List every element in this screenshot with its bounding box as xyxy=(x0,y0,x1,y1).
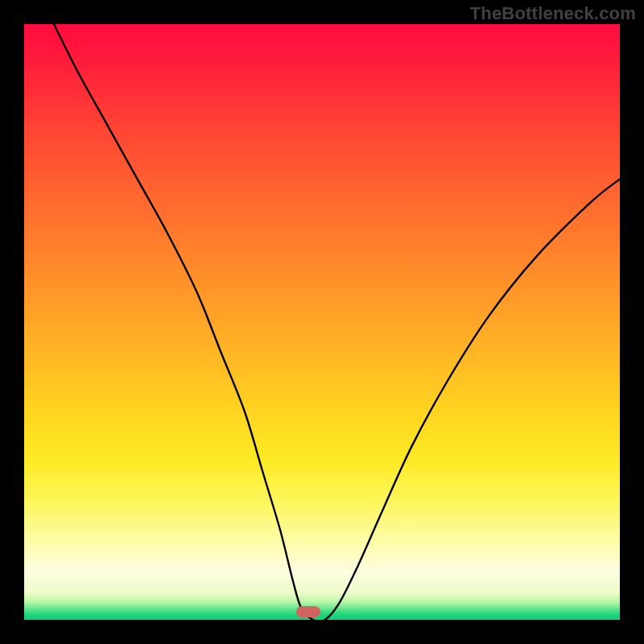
watermark-text: TheBottleneck.com xyxy=(470,3,636,24)
bottleneck-curve xyxy=(24,24,620,620)
optimum-marker xyxy=(296,606,320,617)
chart-frame: TheBottleneck.com xyxy=(0,0,644,644)
plot-area xyxy=(24,24,620,620)
